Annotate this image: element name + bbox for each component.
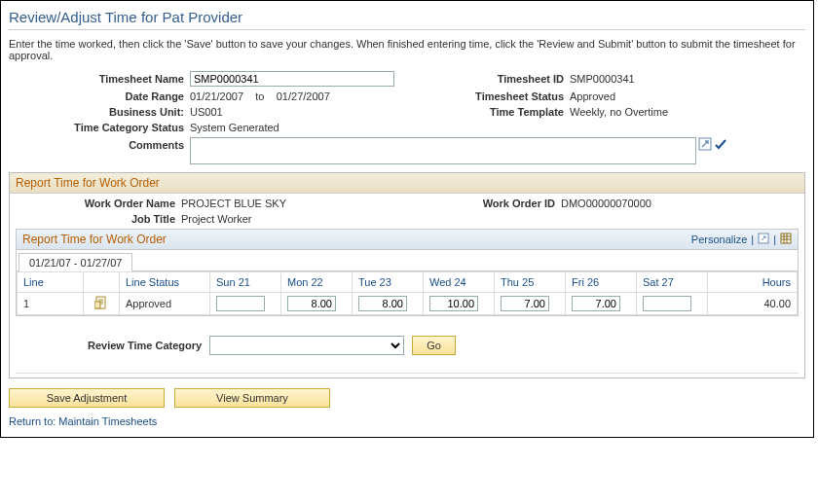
timesheet-id-label: Timesheet ID [418, 73, 570, 85]
review-time-category-label: Review Time Category [88, 340, 202, 351]
wo-id-value: DMO00000070000 [561, 198, 651, 209]
view-summary-button[interactable]: View Summary [174, 388, 330, 408]
line-detail-icon[interactable] [84, 293, 120, 315]
col-sat[interactable]: Sat 27 [637, 272, 708, 293]
timesheet-status-value: Approved [570, 90, 615, 102]
tab-date-range[interactable]: 01/21/07 - 01/27/07 [19, 253, 132, 271]
time-cat-status-label: Time Category Status [9, 122, 190, 133]
wo-id-label: Work Order ID [428, 198, 561, 209]
col-tue[interactable]: Tue 23 [353, 272, 424, 293]
spellcheck-icon[interactable] [714, 137, 727, 153]
time-grid-section: Report Time for Work Order Personalize |… [16, 229, 799, 316]
col-thu[interactable]: Thu 25 [495, 272, 566, 293]
popout-icon[interactable] [758, 233, 769, 246]
col-icon [84, 272, 120, 293]
business-unit-value: US001 [190, 106, 223, 118]
timesheet-name-input[interactable] [190, 71, 394, 87]
timesheet-status-label: Timesheet Status [418, 90, 570, 102]
svg-rect-11 [94, 302, 100, 308]
cell-hours: 40.00 [708, 293, 798, 315]
time-template-label: Time Template [418, 106, 570, 118]
date-to: 01/27/2007 [277, 90, 330, 102]
col-hours[interactable]: Hours [708, 272, 798, 293]
timesheet-name-label: Timesheet Name [9, 73, 190, 85]
cell-status: Approved [120, 293, 210, 315]
go-button[interactable]: Go [412, 336, 456, 355]
expand-comments-icon[interactable] [698, 137, 712, 153]
work-order-section: Report Time for Work Order Work Order Na… [9, 172, 805, 378]
return-link[interactable]: Return to: Maintain Timesheets [9, 415, 157, 427]
time-cat-status-value: System Generated [190, 122, 279, 133]
input-wed[interactable] [429, 296, 478, 311]
date-from: 01/21/2007 [190, 90, 243, 102]
separator: | [751, 234, 754, 245]
col-status[interactable]: Line Status [120, 272, 210, 293]
col-wed[interactable]: Wed 24 [424, 272, 495, 293]
cell-line: 1 [18, 293, 84, 315]
input-mon[interactable] [287, 296, 336, 311]
personalize-link[interactable]: Personalize [691, 234, 747, 245]
instructions-text: Enter the time worked, then click the 'S… [9, 36, 805, 71]
input-thu[interactable] [501, 296, 549, 311]
save-adjustment-button[interactable]: Save Adjustment [9, 388, 165, 408]
comments-textarea[interactable] [190, 137, 696, 164]
input-sat[interactable] [643, 296, 691, 311]
business-unit-label: Business Unit: [9, 106, 190, 118]
col-mon[interactable]: Mon 22 [281, 272, 353, 293]
date-to-word: to [255, 90, 264, 102]
separator: | [773, 234, 776, 245]
job-title-label: Job Title [10, 213, 181, 225]
comments-label: Comments [9, 137, 190, 151]
col-line[interactable]: Line [18, 272, 84, 293]
grid-view-icon[interactable] [780, 233, 792, 246]
svg-rect-2 [781, 234, 791, 243]
wo-name-label: Work Order Name [10, 198, 181, 209]
input-sun[interactable] [216, 296, 265, 311]
input-fri[interactable] [572, 296, 620, 311]
time-grid: Line Line Status Sun 21 Mon 22 Tue 23 We… [17, 271, 798, 315]
wo-name-value: PROJECT BLUE SKY [181, 198, 286, 209]
input-tue[interactable] [358, 296, 407, 311]
job-title-value: Project Worker [181, 213, 252, 225]
col-sun[interactable]: Sun 21 [210, 272, 281, 293]
time-grid-title: Report Time for Work Order [22, 233, 167, 246]
table-row: 1 Approved 40.00 [18, 293, 798, 315]
page-title: Review/Adjust Time for Pat Provider [9, 7, 805, 30]
col-fri[interactable]: Fri 26 [566, 272, 637, 293]
timesheet-id-value: SMP0000341 [570, 73, 635, 85]
review-time-category-select[interactable] [209, 336, 404, 355]
work-order-section-title: Report Time for Work Order [10, 173, 804, 194]
date-range-label: Date Range [9, 90, 190, 102]
time-template-value: Weekly, no Overtime [570, 106, 668, 118]
